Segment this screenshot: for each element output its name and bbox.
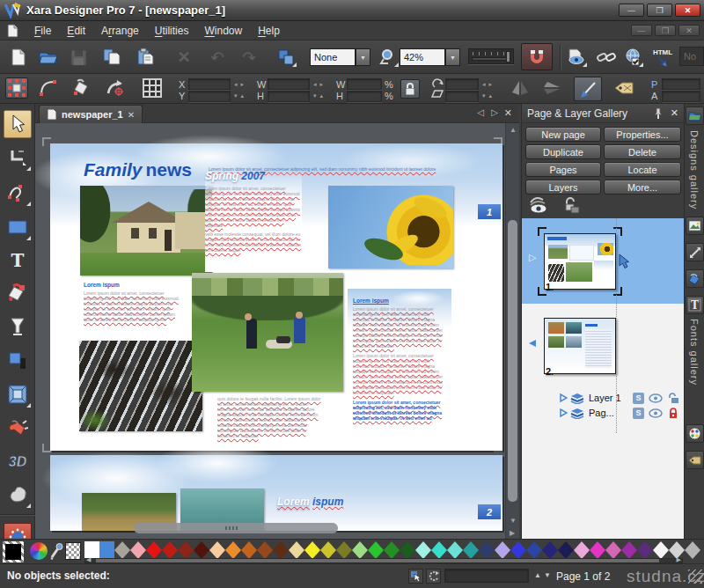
clipboard-arrange-button[interactable]: [275, 47, 297, 68]
layer-row[interactable]: Pag... S: [522, 406, 685, 420]
color-swatch[interactable]: [463, 541, 479, 559]
color-editor-icon[interactable]: [30, 542, 48, 560]
color-swatch[interactable]: [162, 541, 178, 559]
gallery-button[interactable]: Properties...: [604, 127, 681, 142]
h-input[interactable]: [268, 91, 310, 102]
palette-scroll-right[interactable]: ▶: [677, 556, 681, 563]
color-swatch[interactable]: [304, 541, 320, 559]
canvas-hscrollbar[interactable]: [134, 523, 338, 533]
show-arrows-button[interactable]: [574, 77, 602, 101]
gallery-close-icon[interactable]: ✕: [671, 107, 678, 119]
color-swatch[interactable]: [415, 541, 431, 559]
maximize-button[interactable]: ❒: [647, 4, 672, 17]
rectangle-tool[interactable]: [4, 213, 32, 241]
stroke-preset-select[interactable]: None: [310, 48, 356, 66]
name-gallery-icon[interactable]: [686, 451, 704, 469]
save-button[interactable]: [67, 47, 90, 68]
layer-row[interactable]: Layer 1 S: [522, 391, 685, 405]
color-swatch[interactable]: [479, 541, 495, 559]
new-document-button[interactable]: [7, 47, 30, 68]
layer-visible-icon[interactable]: [649, 408, 663, 418]
designs-gallery-tab[interactable]: Designs gallery: [689, 130, 700, 209]
fill-tool[interactable]: [4, 280, 32, 308]
flip-horizontal-button[interactable]: [509, 77, 532, 99]
sunflower-photo[interactable]: [328, 186, 453, 268]
hyperlink-button[interactable]: [595, 47, 618, 68]
tab-scroll-left[interactable]: ◁: [477, 107, 484, 117]
a-input[interactable]: [662, 91, 700, 102]
page-2[interactable]: Lorem ispum 2: [50, 455, 502, 531]
y-spinner[interactable]: ▾ ▴: [234, 92, 245, 99]
delete-button[interactable]: ✕: [172, 47, 195, 68]
field-photo[interactable]: [192, 273, 343, 392]
layer-expand-icon[interactable]: [559, 408, 568, 417]
layer-expand-icon[interactable]: [559, 393, 568, 402]
color-swatch[interactable]: [241, 541, 257, 559]
scale-h-input[interactable]: [347, 91, 382, 102]
page-1[interactable]: Familynews Lorem ipsum dolor sit amet, c…: [50, 143, 502, 451]
menu-item[interactable]: File: [26, 23, 59, 39]
gallery-button[interactable]: More...: [604, 180, 681, 195]
tab-bar-close[interactable]: ✕: [504, 107, 512, 119]
zoom-level-arrow[interactable]: ▼: [445, 48, 460, 66]
child-minimize-button[interactable]: —: [631, 25, 652, 36]
name-tag-button[interactable]: [612, 77, 635, 99]
layer-solo-badge[interactable]: S: [633, 393, 644, 404]
flip-vertical-button[interactable]: [540, 77, 563, 99]
color-swatch[interactable]: [273, 541, 289, 559]
color-swatch[interactable]: [400, 541, 415, 559]
layer-solo-badge[interactable]: S: [633, 408, 644, 419]
menu-item[interactable]: Edit: [59, 23, 93, 39]
quality-slider[interactable]: [468, 48, 514, 64]
gallery-button[interactable]: Locate: [604, 162, 681, 177]
undo-button[interactable]: ↶: [206, 47, 229, 68]
no-color-swatch[interactable]: [65, 542, 81, 560]
show-all-eye-icon[interactable]: [529, 197, 550, 215]
extrude-3d-tool[interactable]: 3D: [4, 447, 32, 475]
color-swatch[interactable]: [178, 541, 194, 559]
color-swatch[interactable]: [510, 541, 526, 559]
open-button[interactable]: [37, 47, 60, 68]
color-swatch[interactable]: [431, 541, 447, 559]
grid-snap-button[interactable]: [141, 77, 164, 99]
canvas-vscrollbar[interactable]: ▲ ▼ ▶: [505, 123, 519, 539]
push-tool[interactable]: [4, 481, 32, 509]
fonts-gallery-tab[interactable]: Fonts gallery: [689, 319, 700, 386]
menu-item[interactable]: Arrange: [93, 23, 147, 39]
web-export-button[interactable]: [621, 47, 644, 68]
color-swatch[interactable]: [621, 541, 637, 559]
skew-spinner[interactable]: ▾ ▴: [482, 92, 493, 99]
bevel-tool[interactable]: [4, 380, 32, 408]
canvas[interactable]: Familynews Lorem ipsum dolor sit amet, c…: [35, 123, 519, 539]
child-close-button[interactable]: ✕: [678, 25, 700, 36]
color-gallery-icon[interactable]: [686, 424, 704, 443]
page1-expand-icon[interactable]: ▷: [529, 252, 536, 263]
selection-handles-button[interactable]: [5, 77, 28, 99]
color-swatch[interactable]: [558, 541, 574, 559]
color-swatch[interactable]: [352, 541, 368, 559]
h-spinner[interactable]: ▾ ▴: [313, 92, 324, 99]
fill-handles-button[interactable]: [70, 77, 93, 99]
color-swatch[interactable]: [194, 541, 209, 559]
selector-tool[interactable]: [4, 110, 32, 138]
color-swatch[interactable]: [574, 541, 590, 559]
lock-aspect-button[interactable]: [400, 79, 420, 99]
page1-thumbnail[interactable]: [544, 233, 616, 290]
preview-button[interactable]: [565, 47, 588, 68]
color-swatch[interactable]: [289, 541, 304, 559]
rotation-center-button[interactable]: [104, 77, 127, 99]
y-input[interactable]: [188, 91, 231, 102]
palette-scroll-left[interactable]: ◀: [86, 556, 91, 563]
hscroll-right-icon[interactable]: ▶: [510, 529, 515, 537]
color-swatch[interactable]: [590, 541, 605, 559]
page2-thumbnail[interactable]: [544, 318, 616, 374]
html-export-button[interactable]: HTML: [651, 47, 674, 68]
layer-locked-icon[interactable]: [667, 408, 679, 419]
layer-visible-icon[interactable]: [649, 393, 663, 403]
waterfall-photo[interactable]: [79, 341, 202, 431]
house-photo[interactable]: [80, 186, 212, 276]
color-swatch[interactable]: [447, 541, 463, 559]
unlock-all-icon[interactable]: [562, 197, 582, 215]
scale-w-input[interactable]: [347, 78, 382, 90]
gallery-button[interactable]: New page: [525, 127, 601, 142]
